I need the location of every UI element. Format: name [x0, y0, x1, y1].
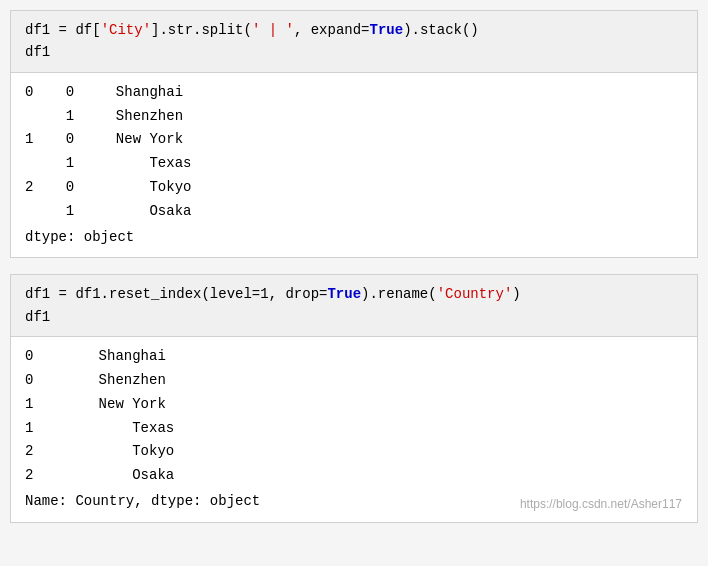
- watermark: https://blog.csdn.net/Asher117: [520, 497, 682, 511]
- city-value: Tokyo: [65, 440, 174, 464]
- code-section-1: df1 = df['City'].str.split(' | ', expand…: [11, 11, 697, 73]
- code-text2: ].str.split(: [151, 22, 252, 38]
- output-row: 1 Osaka: [25, 200, 683, 224]
- idx1: [25, 105, 49, 129]
- code-df1: df1: [25, 44, 50, 60]
- code-block-2: df1 = df1.reset_index(level=1, drop=True…: [10, 274, 698, 522]
- output-row: 1 Texas: [25, 152, 683, 176]
- city-value: Texas: [65, 417, 174, 441]
- idx1: 2: [25, 176, 49, 200]
- code-string3: 'Country': [437, 286, 513, 302]
- output-row: 0 0 Shanghai: [25, 81, 683, 105]
- idx2: 1: [49, 152, 74, 176]
- city-value: Osaka: [65, 464, 174, 488]
- code-df2: df1: [25, 309, 50, 325]
- idx2: 0: [49, 128, 74, 152]
- idx1: [25, 152, 49, 176]
- idx1: 1: [25, 128, 49, 152]
- city-value: Shenzhen: [65, 369, 166, 393]
- code-line-3: df1 = df1.reset_index(level=1, drop=True…: [25, 283, 683, 305]
- code-true-2: True: [327, 286, 361, 302]
- idx2: 0: [49, 176, 74, 200]
- code-text3: , expand=: [294, 22, 370, 38]
- code-string2: ' | ': [252, 22, 294, 38]
- idx2: 1: [49, 105, 74, 129]
- code-line-2: df1: [25, 41, 683, 63]
- output-row: 2 Osaka: [25, 464, 683, 488]
- idx1: 2: [25, 440, 49, 464]
- page-wrapper: df1 = df['City'].str.split(' | ', expand…: [10, 10, 698, 523]
- output-row: 1 0 New York: [25, 128, 683, 152]
- city-value: Osaka: [82, 200, 191, 224]
- code-true-1: True: [370, 22, 404, 38]
- idx1: 0: [25, 81, 49, 105]
- output-row: 1 Texas: [25, 417, 683, 441]
- city-value: New York: [82, 128, 183, 152]
- output-row: 2 0 Tokyo: [25, 176, 683, 200]
- idx1: 1: [25, 393, 49, 417]
- output-section-2: 0 Shanghai 0 Shenzhen 1 New York 1 Texas…: [11, 337, 697, 522]
- idx1: 0: [25, 369, 49, 393]
- city-value: Shanghai: [82, 81, 183, 105]
- code-block-1: df1 = df['City'].str.split(' | ', expand…: [10, 10, 698, 258]
- code-text7: ): [512, 286, 520, 302]
- idx2: 1: [49, 200, 74, 224]
- city-value: Shanghai: [65, 345, 166, 369]
- output-row: 1 Shenzhen: [25, 105, 683, 129]
- idx1: 1: [25, 417, 49, 441]
- code-text4: ).stack(): [403, 22, 479, 38]
- code-string: 'City': [101, 22, 151, 38]
- output-row: 0 Shenzhen: [25, 369, 683, 393]
- output-row: 2 Tokyo: [25, 440, 683, 464]
- code-line-1: df1 = df['City'].str.split(' | ', expand…: [25, 19, 683, 41]
- code-text6: ).rename(: [361, 286, 437, 302]
- code-text: df1 = df[: [25, 22, 101, 38]
- code-text5: df1 = df1.reset_index(level=1, drop=: [25, 286, 327, 302]
- code-line-4: df1: [25, 306, 683, 328]
- output-row: 0 Shanghai: [25, 345, 683, 369]
- idx1: 2: [25, 464, 49, 488]
- city-value: Texas: [82, 152, 191, 176]
- city-value: New York: [65, 393, 166, 417]
- code-section-2: df1 = df1.reset_index(level=1, drop=True…: [11, 275, 697, 337]
- city-value: Shenzhen: [82, 105, 183, 129]
- idx1: [25, 200, 49, 224]
- idx1: 0: [25, 345, 49, 369]
- dtype-line-1: dtype: object: [25, 226, 683, 250]
- city-value: Tokyo: [82, 176, 191, 200]
- output-row: 1 New York: [25, 393, 683, 417]
- idx2: 0: [49, 81, 74, 105]
- output-section-1: 0 0 Shanghai 1 Shenzhen 1 0 New York 1 T…: [11, 73, 697, 258]
